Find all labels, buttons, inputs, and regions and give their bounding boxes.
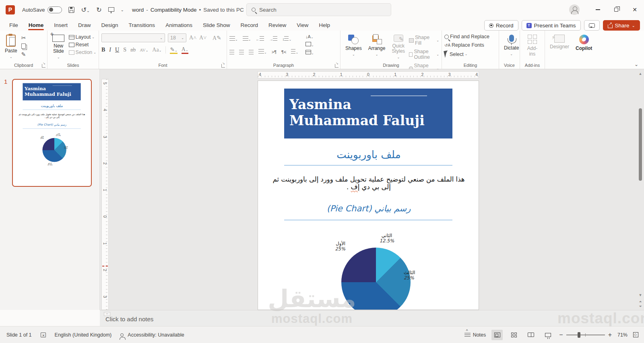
convert-smartart-button[interactable]: ⌄ [305,50,314,56]
clipboard-dialog-launcher[interactable] [42,64,45,68]
underline-button[interactable]: U [115,47,119,53]
layout-button[interactable]: Layout⌄ [69,34,96,40]
tab-view[interactable]: View [292,21,313,30]
tab-design[interactable]: Design [97,21,123,30]
tab-insert[interactable]: Insert [50,21,72,30]
comments-button[interactable] [584,20,600,31]
paste-button[interactable]: Paste ⌄ [2,33,20,62]
chart-heading[interactable]: رسم بياني (Pie Chart) [258,204,479,213]
powerpoint-logo-icon[interactable]: P [6,5,15,14]
save-icon[interactable] [68,7,74,13]
reading-view-button[interactable] [525,330,537,340]
notes-toggle-button[interactable]: Notes [464,332,486,338]
slide-count[interactable]: Slide 1 of 1 [6,332,32,338]
minimize-button[interactable] [588,0,607,19]
slide-paragraph[interactable]: هذا الملف من صنعي لتوضيح عملية تحويل ملف… [269,176,468,191]
slide-editor[interactable]: YasminaMuhammad Faluji ملف باوربوينت هذا… [258,81,479,310]
tab-transitions[interactable]: Transitions [124,21,160,30]
share-button[interactable]: Share ⌄ [603,20,640,31]
tab-draw[interactable]: Draw [74,21,95,30]
copilot-button[interactable]: Copilot [573,33,594,62]
font-color-button[interactable]: A⌄ [182,46,188,54]
new-slide-button[interactable]: NewSlide ⌄ [50,33,67,62]
restore-button[interactable] [607,0,625,19]
collapse-ribbon-icon[interactable]: ⌄ [634,62,638,67]
previous-slide-icon[interactable]: ⏶ [638,300,643,304]
columns-button[interactable]: ⌄ [291,49,298,55]
zoom-level[interactable]: 71% [617,332,627,338]
normal-view-button[interactable] [491,330,503,340]
fit-slide-icon[interactable] [633,332,638,337]
align-right-button[interactable] [249,50,254,54]
scroll-down-icon[interactable]: ▼ [638,293,643,297]
text-direction-button[interactable]: ↓A⌄ [305,34,314,39]
dictate-button[interactable]: Dictate ⌄ [502,33,521,62]
reset-button[interactable]: Reset [69,42,96,48]
font-size-combo[interactable]: 18⌄ [168,33,186,42]
slide-title[interactable]: YasminaMuhammad Faluji [289,97,425,129]
tab-home[interactable]: Home [24,21,48,30]
record-button[interactable]: Record [484,20,518,31]
bold-button[interactable]: B [101,47,105,53]
scroll-up-icon[interactable]: ▲ [638,72,643,76]
zoom-slider[interactable] [566,335,605,335]
align-center-button[interactable] [239,50,244,54]
slide-sorter-view-button[interactable] [508,330,520,340]
vertical-scrollbar[interactable]: ▲ ▼ ⏶ ⏷ [638,71,643,309]
document-title[interactable]: word - Compatibility Mode • Saved to thi… [132,7,250,13]
scrollbar-thumb[interactable] [639,108,642,181]
shrink-font-button[interactable]: A˅ [199,35,206,41]
title-banner[interactable]: YasminaMuhammad Faluji [284,89,452,138]
grow-font-button[interactable]: A˄ [189,35,196,41]
slideshow-view-button[interactable] [542,330,553,340]
character-spacing-button[interactable]: AV⌄ [140,48,148,52]
arrange-button[interactable]: Arrange⌄ [366,33,388,62]
paragraph-dialog-launcher[interactable] [335,64,339,68]
decrease-indent-button[interactable]: ← [256,36,264,42]
notes-placeholder[interactable]: Click to add notes [105,316,153,322]
copy-icon[interactable] [21,43,26,49]
tab-animations[interactable]: Animations [161,21,197,30]
account-avatar[interactable] [569,4,580,15]
accessibility-status[interactable]: Accessibility: Unavailable [120,332,184,338]
ltr-direction-button[interactable]: >¶ [272,50,277,54]
start-slideshow-icon[interactable] [108,7,114,12]
zoom-out-icon[interactable]: − [559,331,563,339]
tab-help[interactable]: Help [314,21,334,30]
next-slide-icon[interactable]: ⏷ [638,304,643,309]
language-status[interactable]: English (United Kingdom) [55,332,112,338]
align-left-button[interactable] [229,50,234,54]
clear-formatting-button[interactable]: A✎ [213,35,221,41]
zoom-slider-thumb[interactable] [578,332,580,338]
strikethrough-button[interactable]: ab [130,47,136,53]
numbering-button[interactable]: ⌄ [243,36,251,42]
select-button[interactable]: Select⌄ [444,51,496,58]
format-painter-icon[interactable]: ✎ [21,51,26,58]
highlight-color-button[interactable]: ✎⌄ [170,46,177,54]
autosave-toggle[interactable] [47,6,62,13]
slide-thumbnail[interactable]: YasminaMuhammad Faluji ملف باوربوينت هذا… [12,79,92,187]
notes-pane[interactable]: – Click to add notes [100,310,644,326]
replace-fonts-button[interactable]: ↺AReplace Fonts [444,42,496,48]
tab-record[interactable]: Record [236,21,262,30]
undo-button[interactable]: ↺⌄ [81,6,90,14]
bullets-button[interactable]: ⌄ [229,36,238,42]
search-input[interactable]: Search [246,3,391,16]
line-spacing-button[interactable]: ↕⌄ [282,36,291,42]
justify-button[interactable]: ⌄ [258,49,267,55]
shapes-button[interactable]: Shapes⌄ [343,33,364,62]
pie-chart[interactable] [341,248,411,310]
find-replace-button[interactable]: Find and Replace [444,34,496,39]
rtl-direction-button[interactable]: ¶< [281,50,286,54]
tab-file[interactable]: File [5,21,23,30]
increase-indent-button[interactable]: → [269,36,277,42]
change-case-button[interactable]: Aa⌄ [152,47,161,53]
tab-review[interactable]: Review [264,21,291,30]
zoom-in-icon[interactable]: + [608,331,612,339]
redo-icon[interactable]: ↻ [96,6,101,14]
tab-slideshow[interactable]: Slide Show [198,21,235,30]
font-dialog-launcher[interactable] [221,64,225,68]
font-name-combo[interactable]: ⌄ [101,33,165,42]
spellcheck-icon[interactable] [41,333,46,337]
italic-button[interactable]: I [109,47,111,53]
